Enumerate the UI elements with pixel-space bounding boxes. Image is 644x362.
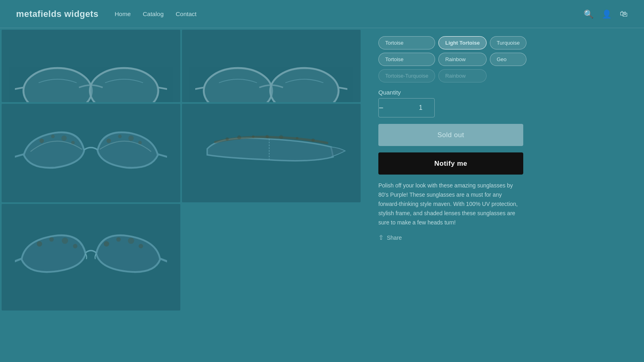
svg-line-26 (15, 259, 22, 263)
color-chip-tortoise-turquoise: Tortoise-Turquoise (378, 69, 435, 82)
svg-point-21 (252, 136, 254, 138)
header-icons: 🔍 👤 🛍 (584, 9, 628, 19)
svg-point-14 (107, 139, 111, 143)
svg-line-8 (15, 154, 24, 158)
quantity-control: − + (378, 98, 435, 117)
svg-point-34 (128, 238, 134, 244)
quantity-input[interactable] (384, 104, 435, 111)
svg-point-0 (24, 68, 92, 102)
color-chip-rainbow-2: Rainbow (438, 69, 487, 82)
color-chip-rainbow[interactable]: Rainbow (438, 53, 487, 66)
color-options: Tortoise Light Tortoise Turquoise Tortoi… (378, 36, 526, 82)
nav-home[interactable]: Home (115, 10, 131, 17)
svg-point-1 (90, 68, 159, 102)
site-header: metafields widgets Home Catalog Contact … (0, 0, 644, 28)
gallery-image-1 (2, 30, 180, 102)
site-title: metafields widgets (16, 9, 99, 19)
color-chip-turquoise[interactable]: Turquoise (490, 36, 526, 49)
svg-point-33 (116, 237, 121, 242)
nav-contact[interactable]: Contact (175, 10, 196, 17)
svg-point-23 (279, 135, 283, 139)
share-label: Share (387, 234, 402, 241)
svg-point-24 (296, 137, 299, 140)
product-gallery (0, 28, 362, 362)
product-panel: Tortoise Light Tortoise Turquoise Tortoi… (362, 28, 644, 362)
share-row[interactable]: ⇧ Share (378, 234, 628, 241)
quantity-label: Quantity (378, 89, 628, 96)
svg-point-15 (118, 135, 122, 138)
gallery-image-3 (2, 104, 180, 202)
color-chip-light-tortoise[interactable]: Light Tortoise (438, 36, 487, 49)
color-chip-tortoise-2[interactable]: Tortoise (378, 53, 435, 66)
svg-point-30 (62, 238, 68, 244)
quantity-decrease-button[interactable]: − (379, 99, 384, 117)
svg-point-28 (37, 241, 42, 247)
svg-point-35 (139, 244, 143, 248)
svg-line-6 (195, 88, 204, 90)
gallery-image-4 (182, 104, 361, 202)
header-left: metafields widgets Home Catalog Contact (16, 9, 196, 19)
gallery-image-5 (2, 204, 180, 311)
svg-point-10 (39, 139, 44, 143)
svg-point-31 (73, 244, 78, 248)
sold-out-button: Sold out (378, 124, 523, 146)
search-icon[interactable]: 🔍 (584, 9, 594, 19)
svg-point-22 (266, 135, 269, 138)
svg-point-16 (128, 136, 134, 141)
svg-line-3 (158, 88, 167, 90)
svg-point-11 (51, 135, 55, 138)
svg-point-20 (237, 136, 242, 140)
svg-point-19 (226, 138, 229, 141)
svg-point-5 (270, 68, 339, 102)
cart-icon[interactable]: 🛍 (620, 9, 628, 19)
svg-line-2 (15, 88, 23, 90)
nav-catalog[interactable]: Catalog (143, 10, 164, 17)
main-layout: Tortoise Light Tortoise Turquoise Tortoi… (0, 28, 644, 362)
product-description: Polish off your look with these amazing … (378, 181, 523, 227)
color-chip-geo[interactable]: Geo (490, 53, 526, 66)
main-nav: Home Catalog Contact (115, 10, 196, 17)
svg-point-32 (104, 241, 109, 247)
svg-point-4 (204, 68, 272, 102)
account-icon[interactable]: 👤 (602, 9, 612, 19)
color-chip-tortoise[interactable]: Tortoise (378, 36, 435, 49)
gallery-image-2 (182, 30, 361, 102)
svg-point-29 (50, 237, 54, 242)
svg-line-27 (160, 259, 167, 263)
svg-point-25 (312, 139, 315, 142)
svg-line-7 (339, 88, 347, 90)
notify-me-button[interactable]: Notify me (378, 152, 523, 175)
svg-line-9 (158, 154, 167, 158)
quantity-section: Quantity − + (378, 89, 628, 117)
svg-point-12 (62, 136, 67, 141)
share-icon: ⇧ (378, 234, 384, 241)
